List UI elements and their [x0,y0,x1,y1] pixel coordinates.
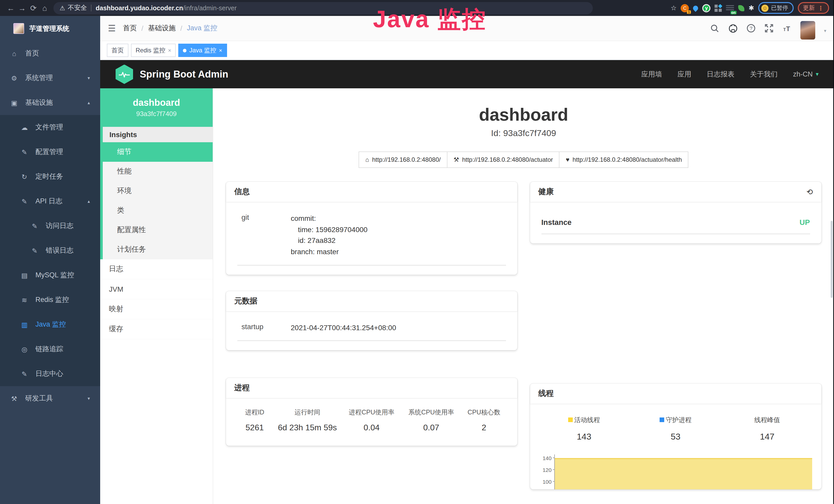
health-url-button[interactable]: ♥ http://192.168.0.2:48080/actuator/heal… [559,152,688,168]
help-icon[interactable]: ? [746,24,756,33]
tab-home[interactable]: 首页 [107,44,128,57]
sidebar-item-tracing[interactable]: ◎ 链路追踪 [0,337,100,362]
sidebar-item-file-manage[interactable]: ☁ 文件管理 [0,115,100,140]
service-url-button[interactable]: ⌂ http://192.168.0.2:48080/ [358,152,447,168]
git-commit-line: commit: [291,213,506,224]
sidebar-item-api-log[interactable]: ✎ API 日志 ▴ [0,189,100,214]
browser-home-icon[interactable]: ⌂ [39,4,50,12]
sba-item-jvm[interactable]: JVM [100,279,213,299]
java-monitor-icon: ▥ [21,321,28,328]
cards-right-column: 健康 ⟲ Instance UP [530,182,821,489]
sba-logo-icon[interactable] [115,65,133,84]
browser-reload-icon[interactable]: ⟳ [28,3,39,13]
paused-profile-chip[interactable]: ☺ 已暂停 [758,2,794,14]
sba-content: dashboard Id: 93a3fc7f7409 ⌂ http://192.… [213,88,834,504]
grid-extension-icon[interactable] [715,4,722,12]
breadcrumb-home[interactable]: 首页 [123,24,137,33]
update-browser-button[interactable]: 更新 ⋮ [798,2,829,14]
health-url: http://192.168.0.2:48080/actuator/health [572,156,682,163]
address-bar[interactable]: ⚠ 不安全 dashboard.yudao.iocoder.cn /infra/… [53,2,593,14]
extension-badge-icon[interactable]: C1 [681,4,689,12]
sidebar-item-java-monitor[interactable]: ▥ Java 监控 [0,312,100,337]
sidebar-item-error-log[interactable]: ✎ 错误日志 [0,238,100,263]
actuator-url-button[interactable]: ⚒ http://192.168.0.2:48080/actuator [447,152,560,168]
security-label[interactable]: 不安全 [68,4,87,12]
browser-back-icon[interactable]: ← [5,4,17,12]
process-table: 进程ID 运行时间 进程CPU使用率 系统CPU使用率 CPU核心数 5261 … [234,407,509,437]
monitor-icon: ▣ [10,99,18,107]
close-icon[interactable]: × [219,47,222,53]
sba-item-environment[interactable]: 环境 [103,181,213,201]
bookmark-star-icon[interactable]: ☆ [671,4,677,12]
leaf-extension-icon[interactable] [738,5,744,11]
sba-item-scheduled-tasks[interactable]: 计划任务 [103,240,213,259]
sidebar-item-mysql-monitor[interactable]: ▤ MySQL 监控 [0,263,100,288]
tab-java-monitor[interactable]: Java 监控 × [178,44,227,57]
font-size-icon[interactable]: TT [782,24,792,33]
user-avatar[interactable] [800,21,815,40]
close-icon[interactable]: × [168,47,171,53]
y-axis-tick-mark [553,458,555,458]
sidebar-item-dev-tools[interactable]: ⚒ 研发工具 ▾ [0,386,100,411]
sba-item-config-props[interactable]: 配置属性 [103,220,213,240]
sba-item-caches[interactable]: 缓存 [100,319,213,339]
scrollbar-thumb[interactable] [831,221,833,298]
live-threads-area-series [555,458,812,489]
history-icon[interactable]: ⟲ [807,187,813,197]
user-menu-caret-icon[interactable]: ▾ [824,28,826,33]
gear-icon: ⚙ [10,74,18,82]
cloud-upload-icon: ☁ [21,123,28,131]
pin-extension-icon[interactable] [692,4,699,12]
fullscreen-icon[interactable] [764,24,774,33]
sidebar-item-home[interactable]: ⌂ 首页 [0,41,100,66]
sidebar-item-label: 错误日志 [46,246,73,255]
metadata-card-title: 元数据 [234,296,257,306]
wrench-icon: ⚒ [454,156,459,163]
sba-instance-header[interactable]: dashboard 93a3fc7f7409 [100,88,213,127]
locale-selector[interactable]: zh-CN ▾ [793,70,818,78]
github-icon[interactable] [728,24,738,33]
y-extension-icon[interactable]: y [702,4,710,12]
sidebar-item-scheduled-jobs[interactable]: ↻ 定时任务 [0,164,100,189]
process-cpu: 0.04 [342,423,401,433]
sba-item-logs[interactable]: 日志 [100,259,213,279]
sba-nav-about[interactable]: 关于我们 [750,70,777,79]
sba-nav-applications[interactable]: 应用 [677,70,691,79]
health-instance-row[interactable]: Instance UP [542,215,810,234]
on-extension-icon[interactable]: on [726,5,734,11]
window-edge [833,0,834,504]
spring-boot-admin: Spring Boot Admin 应用墙 应用 日志报表 关于我们 zh-CN… [100,60,834,504]
heartbeat-icon: ♥ [566,156,569,163]
sba-item-metrics[interactable]: 性能 [103,162,213,181]
sidebar-item-config-manage[interactable]: ✎ 配置管理 [0,140,100,164]
sba-item-details[interactable]: 细节 [103,142,213,162]
sidebar-item-access-log[interactable]: ✎ 访问日志 [0,214,100,238]
tags-view-bar: 首页 Redis 监控 × Java 监控 × [100,41,834,60]
sidebar-item-system[interactable]: ⚙ 系统管理 ▾ [0,66,100,90]
home-icon: ⌂ [365,156,369,163]
breadcrumb-infra[interactable]: 基础设施 [148,24,176,33]
search-icon[interactable] [710,24,720,33]
sba-item-mappings[interactable]: 映射 [100,299,213,319]
sidebar-item-infra[interactable]: ▣ 基础设施 ▴ [0,90,100,115]
sidebar-item-redis-monitor[interactable]: ≋ Redis 监控 [0,288,100,312]
hamburger-icon[interactable]: ☰ [108,23,116,33]
y-axis-tick-mark [553,481,555,482]
sba-nav-journal[interactable]: 日志报表 [707,70,734,79]
sba-nav-wallboard[interactable]: 应用墙 [641,70,662,79]
warning-icon: ⚠ [60,4,65,12]
sba-brand-title[interactable]: Spring Boot Admin [140,69,228,80]
insights-group: Insights 细节 性能 环境 类 配置属性 计划任务 [100,127,213,259]
sidebar-item-log-center[interactable]: ✎ 日志中心 [0,362,100,386]
cards-left-column: 信息 git commit: time: 1596289704000 id: 2… [226,182,517,446]
browser-menu-kebab-icon[interactable]: ⋮ [818,4,824,12]
app-logo[interactable]: 芋道管理系统 [0,16,100,41]
threads-card-title: 线程 [539,389,554,398]
puzzle-extensions-icon[interactable]: ✱ [748,4,754,12]
tab-redis-monitor[interactable]: Redis 监控 × [131,44,176,57]
process-pid: 5261 [236,423,273,433]
yellow-legend-swatch [568,417,573,422]
sba-item-classes[interactable]: 类 [103,201,213,220]
paused-label: 已暂停 [771,4,788,12]
browser-forward-icon[interactable]: → [17,4,28,12]
